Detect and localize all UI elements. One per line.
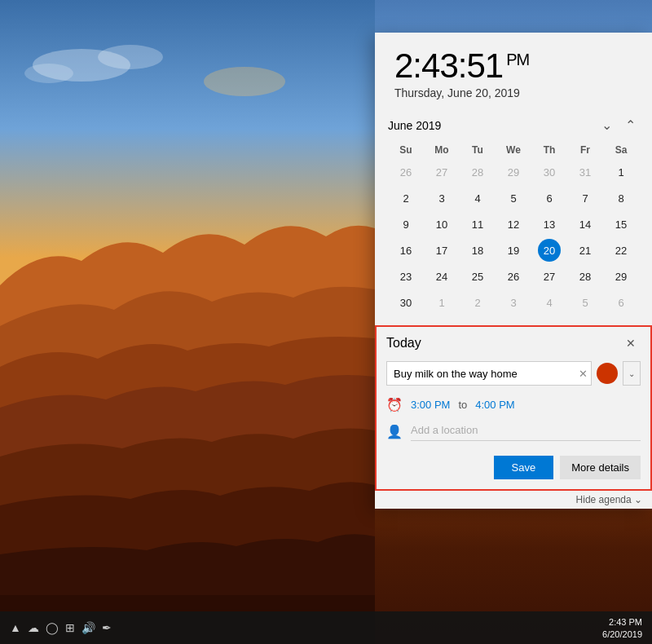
- calendar-day[interactable]: 29: [603, 263, 639, 289]
- calendar-day[interactable]: 19: [496, 237, 531, 263]
- event-time-end[interactable]: 4:00 PM: [475, 399, 514, 411]
- calendar-week-3: 9 10 11 12 13 14 15: [388, 211, 639, 237]
- calendar-day[interactable]: 25: [460, 263, 496, 289]
- calendar-day[interactable]: 30: [531, 159, 567, 185]
- event-color-dropdown-button[interactable]: ⌄: [623, 361, 641, 386]
- calendar-prev-button[interactable]: ⌄: [598, 116, 615, 135]
- calendar-day[interactable]: 18: [460, 237, 496, 263]
- hide-agenda-link[interactable]: Hide agenda ⌄: [576, 494, 642, 505]
- weekday-mo: Mo: [424, 141, 460, 159]
- calendar-day[interactable]: 5: [567, 289, 603, 315]
- taskbar-cloud-icon[interactable]: ☁: [28, 621, 39, 634]
- taskbar: ▲ ☁ ◯ ⊞ 🔊 ✒ 2:43 PM 6/20/2019: [0, 611, 652, 644]
- calendar-next-button[interactable]: ⌃: [622, 116, 639, 135]
- calendar-day[interactable]: 3: [496, 289, 531, 315]
- calendar-week-6: 30 1 2 3 4 5 6: [388, 289, 639, 315]
- taskbar-time: 2:43 PM: [602, 616, 642, 629]
- event-time-separator: to: [458, 399, 467, 411]
- calendar-day[interactable]: 2: [460, 289, 496, 315]
- calendar-day[interactable]: 27: [531, 263, 567, 289]
- calendar-day[interactable]: 6: [531, 185, 567, 211]
- calendar-day[interactable]: 4: [460, 185, 496, 211]
- location-icon: 👤: [386, 424, 403, 439]
- event-save-button[interactable]: Save: [494, 456, 554, 479]
- calendar-day[interactable]: 26: [496, 263, 531, 289]
- taskbar-circle-icon[interactable]: ◯: [46, 621, 59, 634]
- calendar-day[interactable]: 2: [388, 185, 424, 211]
- weekday-fr: Fr: [567, 141, 603, 159]
- weekday-th: Th: [531, 141, 567, 159]
- calendar-day[interactable]: 29: [496, 159, 531, 185]
- event-title-clear-button[interactable]: ✕: [575, 368, 591, 380]
- calendar-day[interactable]: 11: [460, 211, 496, 237]
- calendar-day[interactable]: 7: [567, 185, 603, 211]
- taskbar-pen-icon[interactable]: ✒: [102, 621, 112, 634]
- calendar-day[interactable]: 28: [567, 263, 603, 289]
- calendar-week-2: 2 3 4 5 6 7 8: [388, 185, 639, 211]
- calendar-day[interactable]: 1: [424, 289, 460, 315]
- calendar-day[interactable]: 27: [424, 159, 460, 185]
- calendar-day[interactable]: 13: [531, 211, 567, 237]
- calendar-day[interactable]: 16: [388, 237, 424, 263]
- calendar-day[interactable]: 30: [388, 289, 424, 315]
- agenda-close-button[interactable]: ✕: [621, 335, 641, 351]
- taskbar-date: 6/20/2019: [602, 629, 642, 639]
- taskbar-right: 2:43 PM 6/20/2019: [602, 616, 642, 638]
- notification-panel: 2:43:51PM Thursday, June 20, 2019 June 2…: [375, 33, 652, 509]
- taskbar-display-icon[interactable]: ⊞: [65, 621, 75, 634]
- taskbar-left: ▲ ☁ ◯ ⊞ 🔊 ✒: [10, 621, 118, 634]
- chevron-down-icon: ⌄: [634, 494, 642, 505]
- calendar-day[interactable]: 26: [388, 159, 424, 185]
- weekday-sa: Sa: [603, 141, 639, 159]
- event-time-start[interactable]: 3:00 PM: [411, 399, 450, 411]
- clock-display: 2:43:51PM: [394, 49, 632, 83]
- clock-date: Thursday, June 20, 2019: [394, 86, 632, 99]
- calendar-week-4: 16 17 18 19 20 21 22: [388, 237, 639, 263]
- hide-agenda-label: Hide agenda: [576, 494, 632, 505]
- taskbar-notification-icons: ▲ ☁ ◯ ⊞ 🔊 ✒: [10, 621, 112, 634]
- calendar-day[interactable]: 10: [424, 211, 460, 237]
- calendar-navigation: ⌄ ⌃: [598, 116, 639, 135]
- calendar-week-5: 23 24 25 26 27 28 29: [388, 263, 639, 289]
- clock-section: 2:43:51PM Thursday, June 20, 2019: [375, 33, 652, 109]
- calendar-day[interactable]: 28: [460, 159, 496, 185]
- calendar-day[interactable]: 14: [567, 211, 603, 237]
- calendar-today[interactable]: 20: [531, 237, 567, 263]
- calendar-month-year: June 2019: [388, 119, 441, 132]
- calendar-day[interactable]: 4: [531, 289, 567, 315]
- calendar-day[interactable]: 1: [603, 159, 639, 185]
- clock-ampm: PM: [506, 51, 529, 68]
- calendar-day[interactable]: 9: [388, 211, 424, 237]
- hide-agenda-row: Hide agenda ⌄: [375, 491, 652, 509]
- agenda-header: Today ✕: [377, 327, 650, 358]
- taskbar-chevron-icon[interactable]: ▲: [10, 621, 21, 634]
- event-location-input-area[interactable]: Add a location: [411, 422, 641, 441]
- event-title-wrapper: ✕: [386, 361, 592, 386]
- taskbar-volume-icon[interactable]: 🔊: [82, 621, 95, 634]
- calendar-day[interactable]: 12: [496, 211, 531, 237]
- event-color-button[interactable]: [597, 363, 618, 384]
- calendar-day[interactable]: 5: [496, 185, 531, 211]
- calendar-day[interactable]: 15: [603, 211, 639, 237]
- calendar-day[interactable]: 23: [388, 263, 424, 289]
- calendar-day[interactable]: 17: [424, 237, 460, 263]
- taskbar-datetime[interactable]: 2:43 PM 6/20/2019: [602, 616, 642, 638]
- clock-time-value: 2:43:51: [394, 46, 503, 85]
- calendar-day[interactable]: 6: [603, 289, 639, 315]
- calendar-week-1: 26 27 28 29 30 31 1: [388, 159, 639, 185]
- event-title-row: ✕ ⌄: [377, 358, 650, 392]
- calendar-day[interactable]: 24: [424, 263, 460, 289]
- calendar-day[interactable]: 22: [603, 237, 639, 263]
- calendar-day[interactable]: 31: [567, 159, 603, 185]
- clock-icon: ⏰: [386, 397, 403, 412]
- event-more-details-button[interactable]: More details: [560, 456, 641, 479]
- calendar-weekday-header: Su Mo Tu We Th Fr Sa: [388, 141, 639, 159]
- event-location-row: 👤 Add a location: [377, 417, 650, 449]
- weekday-tu: Tu: [460, 141, 496, 159]
- calendar-day[interactable]: 21: [567, 237, 603, 263]
- calendar-day[interactable]: 8: [603, 185, 639, 211]
- agenda-title: Today: [386, 336, 421, 351]
- event-buttons-row: Save More details: [377, 449, 650, 489]
- event-title-input[interactable]: [387, 361, 575, 386]
- calendar-day[interactable]: 3: [424, 185, 460, 211]
